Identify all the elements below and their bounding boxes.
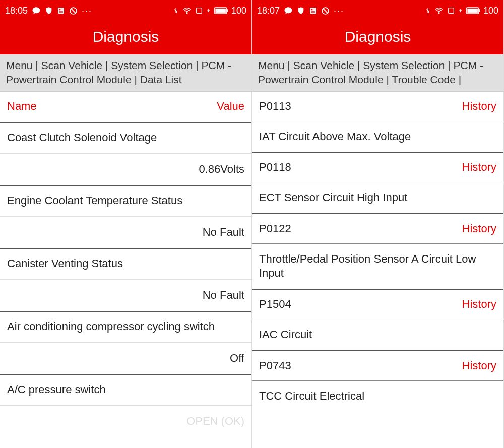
page-title: Diagnosis bbox=[0, 21, 251, 54]
wifi-icon bbox=[182, 7, 192, 15]
battery-icon bbox=[466, 7, 480, 14]
no-sign-icon bbox=[321, 7, 330, 15]
code-status: History bbox=[462, 222, 496, 235]
shield-icon bbox=[45, 6, 53, 15]
rotate-icon bbox=[447, 7, 455, 15]
battery-level: 100 bbox=[231, 6, 246, 16]
svg-rect-12 bbox=[227, 9, 228, 12]
bluetooth-icon bbox=[425, 6, 431, 15]
trouble-code: P0113 bbox=[259, 100, 291, 113]
param-value: 0.86Volts bbox=[0, 154, 251, 185]
code-row[interactable]: P1504 History bbox=[252, 290, 503, 319]
svg-rect-14 bbox=[311, 9, 312, 10]
more-icon: ··· bbox=[334, 6, 344, 16]
param-value: No Fault bbox=[0, 280, 251, 311]
chat-icon bbox=[32, 6, 41, 15]
breadcrumb: Menu | Scan Vehicle | System Selection |… bbox=[0, 54, 251, 92]
status-bar: 18:05 ··· bbox=[0, 0, 251, 21]
svg-rect-25 bbox=[479, 9, 480, 12]
svg-rect-2 bbox=[61, 9, 63, 9]
param-value: Off bbox=[0, 343, 251, 374]
page-title: Diagnosis bbox=[252, 21, 503, 54]
code-desc: IAC Circuit bbox=[252, 319, 503, 351]
shield-icon bbox=[297, 6, 305, 15]
svg-rect-3 bbox=[61, 10, 63, 10]
param-value: No Fault bbox=[0, 217, 251, 248]
trouble-code: P1504 bbox=[259, 298, 291, 311]
svg-rect-18 bbox=[311, 12, 315, 13]
svg-rect-22 bbox=[449, 8, 454, 14]
wifi-icon bbox=[434, 7, 444, 15]
bluetooth-icon bbox=[173, 6, 179, 15]
svg-rect-17 bbox=[311, 11, 315, 12]
svg-rect-24 bbox=[467, 9, 478, 13]
param-name: Engine Coolant Temperature Status bbox=[0, 186, 251, 217]
list-item[interactable]: A/C pressure switch OPEN (OK) bbox=[0, 375, 251, 437]
svg-point-8 bbox=[186, 13, 187, 14]
list-header: Name Value bbox=[0, 92, 251, 123]
list-item[interactable]: Coast Clutch Solenoid Voltage 0.86Volts bbox=[0, 123, 251, 186]
news-icon bbox=[309, 7, 317, 15]
trouble-code: P0122 bbox=[259, 222, 291, 235]
list-item[interactable]: Canister Venting Status No Fault bbox=[0, 249, 251, 312]
param-name: Air conditioning compressor cycling swit… bbox=[0, 312, 251, 343]
no-sign-icon bbox=[69, 7, 78, 15]
svg-line-7 bbox=[71, 8, 76, 13]
svg-rect-5 bbox=[59, 12, 63, 13]
battery-level: 100 bbox=[483, 6, 498, 16]
news-icon bbox=[57, 7, 65, 15]
list-item[interactable]: Engine Coolant Temperature Status No Fau… bbox=[0, 186, 251, 249]
code-row[interactable]: P0122 History bbox=[252, 214, 503, 244]
status-bar: 18:07 ··· bbox=[252, 0, 503, 21]
trouble-code-list[interactable]: P0113 History IAT Circuit Above Max. Vol… bbox=[252, 92, 503, 448]
header-name: Name bbox=[7, 100, 37, 113]
svg-rect-4 bbox=[59, 11, 63, 12]
trouble-code: P0743 bbox=[259, 359, 291, 372]
charging-icon bbox=[458, 6, 463, 15]
more-icon: ··· bbox=[82, 6, 92, 16]
svg-rect-9 bbox=[197, 8, 202, 14]
header-value: Value bbox=[217, 100, 244, 113]
code-status: History bbox=[462, 100, 496, 113]
code-status: History bbox=[462, 298, 496, 311]
breadcrumb: Menu | Scan Vehicle | System Selection |… bbox=[252, 54, 503, 92]
svg-rect-15 bbox=[313, 9, 315, 9]
param-name: A/C pressure switch bbox=[0, 375, 251, 406]
code-row[interactable]: P0118 History bbox=[252, 153, 503, 182]
code-desc: IAT Circuit Above Max. Voltage bbox=[252, 121, 503, 153]
clock: 18:05 bbox=[5, 6, 28, 16]
svg-rect-16 bbox=[313, 10, 315, 10]
screen-right: 18:07 ··· bbox=[252, 0, 504, 448]
svg-line-20 bbox=[323, 8, 328, 13]
code-desc: Throttle/Pedal Position Sensor A Circuit… bbox=[252, 244, 503, 290]
charging-icon bbox=[206, 6, 211, 15]
rotate-icon bbox=[195, 7, 203, 15]
data-list[interactable]: Name Value Coast Clutch Solenoid Voltage… bbox=[0, 92, 251, 448]
code-desc: TCC Circuit Electrical bbox=[252, 381, 503, 412]
code-status: History bbox=[462, 161, 496, 174]
code-row[interactable]: P0113 History bbox=[252, 92, 503, 121]
param-name: Canister Venting Status bbox=[0, 249, 251, 280]
param-name: Coast Clutch Solenoid Voltage bbox=[0, 123, 251, 154]
svg-rect-1 bbox=[59, 9, 60, 10]
code-row[interactable]: P0743 History bbox=[252, 351, 503, 381]
list-item[interactable]: Air conditioning compressor cycling swit… bbox=[0, 312, 251, 375]
svg-rect-11 bbox=[215, 9, 226, 13]
trouble-code: P0118 bbox=[259, 161, 291, 174]
chat-icon bbox=[284, 6, 293, 15]
clock: 18:07 bbox=[257, 6, 280, 16]
svg-rect-0 bbox=[58, 8, 64, 14]
svg-rect-13 bbox=[310, 8, 316, 14]
code-status: History bbox=[462, 359, 496, 372]
battery-icon bbox=[214, 7, 228, 14]
param-value: OPEN (OK) bbox=[0, 406, 251, 437]
code-desc: ECT Sensor Circuit High Input bbox=[252, 182, 503, 214]
screen-left: 18:05 ··· bbox=[0, 0, 252, 448]
svg-point-21 bbox=[438, 13, 439, 14]
